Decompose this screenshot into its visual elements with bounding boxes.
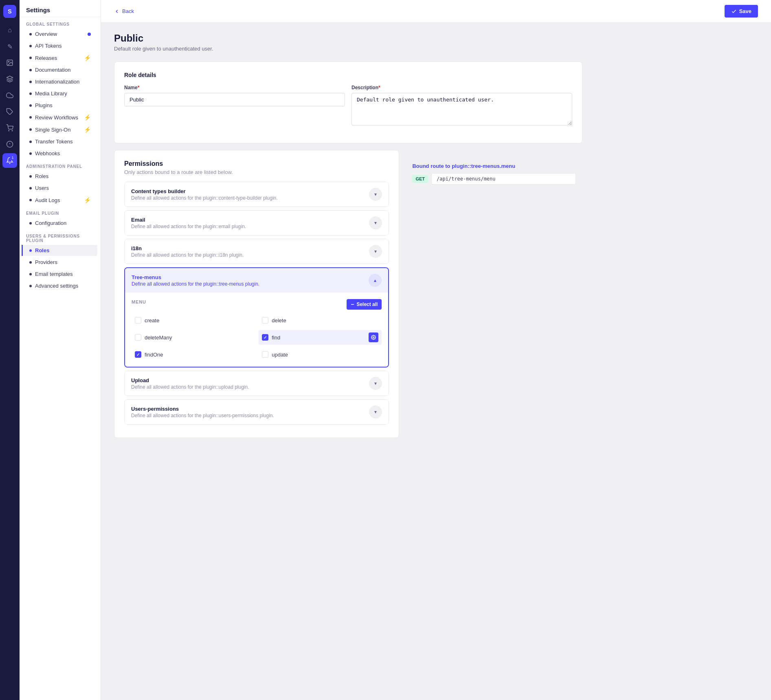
side-panel: Bound route to plugin::tree-menus.menu G… (406, 150, 582, 438)
sidebar-item-releases[interactable]: Releases ⚡ (23, 52, 97, 64)
checkbox-delete-many[interactable] (135, 334, 141, 341)
sidebar-item-single-sign-on[interactable]: Single Sign-On ⚡ (23, 124, 97, 135)
checkbox-create[interactable] (135, 317, 141, 324)
sidebar-item-transfer-tokens[interactable]: Transfer Tokens (23, 136, 97, 147)
permission-delete: delete (259, 315, 382, 326)
sidebar-item-email-templates[interactable]: Email templates (23, 269, 97, 280)
plugin-email-header[interactable]: Email Define all allowed actions for the… (125, 211, 389, 235)
route-path: /api/tree-menus/menu (431, 173, 576, 185)
permissions-subtitle: Only actions bound to a route are listed… (124, 169, 389, 175)
name-input[interactable] (124, 93, 345, 106)
sidebar-item-plugins[interactable]: Plugins (23, 100, 97, 111)
plugin-content-types-builder-header[interactable]: Content types builder Define all allowed… (125, 182, 389, 207)
sidebar-item-webhooks[interactable]: Webhooks (23, 148, 97, 159)
checkbox-update[interactable] (262, 351, 268, 358)
pen-icon[interactable]: ✎ (2, 39, 17, 54)
description-label: Description* (351, 85, 572, 90)
plugin-tree-menus-toggle[interactable]: ▴ (369, 274, 382, 287)
sidebar-section-admin: Administration Panel (20, 159, 101, 170)
permission-find-one: findOne (132, 349, 255, 360)
sidebar-item-internationalization[interactable]: Internationalization (23, 76, 97, 87)
page-subtitle: Default role given to unauthenticated us… (114, 46, 582, 52)
review-bolt-badge: ⚡ (84, 114, 91, 121)
sidebar-item-documentation[interactable]: Documentation (23, 64, 97, 75)
plugin-email-toggle[interactable]: ▾ (369, 216, 382, 229)
plugin-i18n-toggle[interactable]: ▾ (369, 245, 382, 258)
sidebar-item-media-library[interactable]: Media Library (23, 88, 97, 99)
plugin-i18n-header[interactable]: i18n Define all allowed actions for the … (125, 239, 389, 264)
permissions-card: Permissions Only actions bound to a rout… (114, 150, 399, 438)
save-button[interactable]: Save (725, 5, 758, 18)
plugin-upload: Upload Define all allowed actions for th… (124, 371, 389, 396)
plugin-content-types-builder-toggle[interactable]: ▾ (369, 188, 382, 201)
sidebar-item-overview[interactable]: Overview (23, 29, 97, 40)
bound-route-card: Bound route to plugin::tree-menus.menu G… (406, 156, 582, 191)
perm-label-find: find (272, 335, 280, 341)
plugin-i18n: i18n Define all allowed actions for the … (124, 239, 389, 264)
permission-find: find (259, 330, 382, 345)
sidebar-item-api-tokens[interactable]: API Tokens (23, 40, 97, 51)
image-icon[interactable] (2, 55, 17, 70)
settings-gear-find[interactable] (369, 332, 378, 342)
name-field: Name* (124, 85, 345, 127)
checkbox-find-one[interactable] (135, 351, 141, 358)
plugin-i18n-desc: Define all allowed actions for the plugi… (131, 252, 244, 258)
sidebar-item-audit-logs[interactable]: Audit Logs ⚡ (23, 194, 97, 206)
perm-label-update: update (272, 352, 288, 358)
top-bar: Back Save (101, 0, 771, 23)
plugin-upload-toggle[interactable]: ▾ (369, 377, 382, 390)
route-method-badge: GET (412, 175, 428, 183)
notification-badge: 1 (10, 155, 15, 161)
sso-bolt-badge: ⚡ (84, 126, 91, 133)
strapi-logo: S (3, 5, 16, 18)
puzzle-icon[interactable] (2, 104, 17, 119)
perm-label-find-one: findOne (145, 352, 163, 358)
sidebar-title: Settings (20, 0, 101, 17)
sidebar-item-advanced-settings[interactable]: Advanced settings (23, 280, 97, 291)
perm-label-delete-many: deleteMany (145, 335, 172, 341)
plugin-i18n-name: i18n (131, 245, 244, 251)
svg-point-5 (12, 130, 13, 131)
route-title: Bound route to plugin::tree-menus.menu (412, 163, 576, 169)
page-title: Public (114, 33, 582, 44)
select-all-button[interactable]: − Select all (347, 299, 382, 310)
role-details-card: Role details Name* Description* Default … (114, 62, 582, 143)
plugin-users-permissions-desc: Define all allowed actions for the plugi… (131, 413, 274, 418)
plugin-tree-menus-name: Tree-menus (132, 274, 259, 280)
releases-bolt-badge: ⚡ (84, 55, 91, 61)
bell-icon[interactable]: 1 (2, 153, 17, 168)
permission-delete-many: deleteMany (132, 330, 255, 345)
svg-point-9 (373, 337, 374, 338)
permission-create: create (132, 315, 255, 326)
svg-marker-2 (7, 76, 13, 79)
sidebar-item-providers[interactable]: Providers (23, 257, 97, 268)
back-link[interactable]: Back (114, 8, 134, 14)
plugin-content-types-builder-name: Content types builder (131, 188, 278, 194)
sidebar-item-configuration[interactable]: Configuration (23, 218, 97, 229)
plugin-upload-header[interactable]: Upload Define all allowed actions for th… (125, 371, 389, 396)
overview-dot-badge (88, 33, 91, 36)
plugin-users-permissions-name: Users-permissions (131, 406, 274, 412)
plugin-tree-menus-header[interactable]: Tree-menus Define all allowed actions fo… (125, 268, 388, 293)
plugin-users-permissions-toggle[interactable]: ▾ (369, 405, 382, 418)
sidebar-item-roles-active[interactable]: Roles (22, 245, 97, 256)
plugin-content-types-builder-desc: Define all allowed actions for the plugi… (131, 195, 278, 201)
sidebar-item-review-workflows[interactable]: Review Workflows ⚡ (23, 112, 97, 123)
checkbox-delete[interactable] (262, 317, 268, 324)
home-icon[interactable]: ⌂ (2, 23, 17, 37)
route-title-highlight: menu (501, 163, 516, 169)
plugin-users-permissions-header[interactable]: Users-permissions Define all allowed act… (125, 400, 389, 424)
description-textarea[interactable]: Default role given to unauthenticated us… (351, 93, 572, 125)
plugin-users-permissions: Users-permissions Define all allowed act… (124, 399, 389, 425)
perm-label-create: create (145, 317, 159, 324)
layers-icon[interactable] (2, 72, 17, 86)
main-content: Back Save Public Default role given to u… (101, 0, 771, 700)
plugin-content-types-builder: Content types builder Define all allowed… (124, 182, 389, 207)
checkbox-find[interactable] (262, 334, 268, 341)
sidebar-item-roles-admin[interactable]: Roles (23, 171, 97, 182)
cart-icon[interactable] (2, 121, 17, 135)
info-icon[interactable] (2, 137, 17, 152)
sidebar-section-users-permissions: Users & Permissions Plugin (20, 229, 101, 244)
cloud-icon[interactable] (2, 88, 17, 103)
sidebar-item-users[interactable]: Users (23, 183, 97, 194)
